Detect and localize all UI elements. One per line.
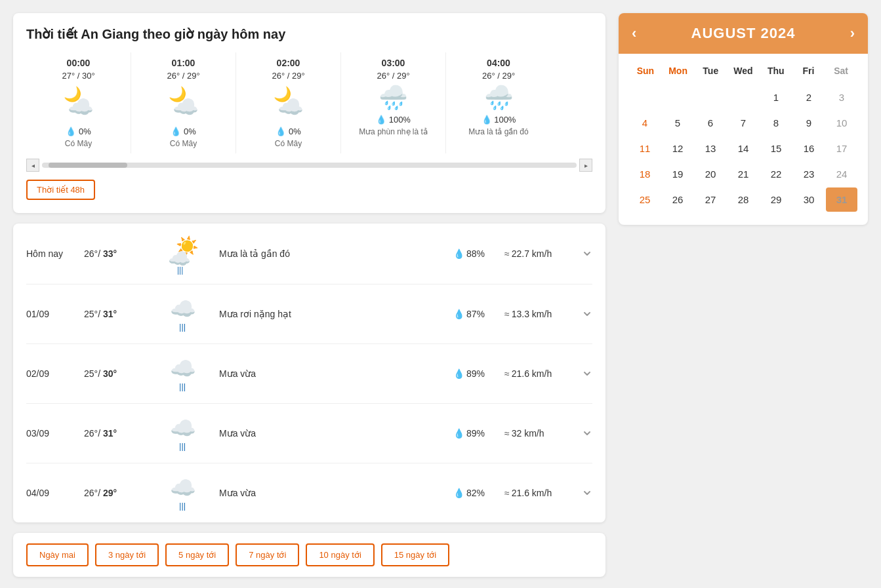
daily-icon: ☀️ ☁️ ||| (161, 235, 214, 272)
hourly-item: 03:00 26° / 29° 🌧️ 💧 100% Mưa phùn nhẹ l… (341, 52, 446, 153)
forecast-period-button[interactable]: 3 ngày tới (95, 543, 159, 566)
precip-drop-icon: 💧 (453, 368, 464, 379)
forecast-period-button[interactable]: Ngày mai (26, 543, 89, 566)
wind-icon: ≈ (504, 248, 510, 259)
calendar-weekday: Sat (825, 62, 857, 80)
calendar-day[interactable]: 13 (695, 136, 726, 161)
daily-row: 03/09 26°/ 31° ☁️ ||| Mưa vừa 💧 89% ≈ 32… (26, 404, 592, 463)
calendar-day[interactable]: 7 (727, 111, 759, 135)
hourly-icon: 🌙 ☁️ (139, 86, 228, 121)
calendar-day[interactable]: 9 (793, 111, 825, 135)
calendar-day[interactable]: 21 (727, 162, 759, 186)
calendar-day[interactable]: 8 (760, 111, 792, 135)
hourly-temp: 27° / 30° (34, 71, 123, 81)
scroll-left-arrow[interactable]: ◂ (26, 159, 39, 172)
daily-date: 01/09 (26, 309, 79, 319)
daily-temps: 26°/ 31° (84, 428, 156, 439)
daily-row: 02/09 25°/ 30° ☁️ ||| Mưa vừa 💧 89% ≈ 21… (26, 344, 592, 404)
chevron-down-icon[interactable] (582, 309, 592, 319)
daily-icon: ☁️ ||| (161, 356, 214, 391)
drop-icon: 💧 (481, 115, 492, 125)
daily-temps: 25°/ 31° (84, 309, 156, 319)
chevron-down-icon[interactable] (582, 488, 592, 498)
forecast-period-button[interactable]: 7 ngày tới (236, 543, 299, 566)
drop-icon: 💧 (66, 127, 76, 136)
calendar-weekday: Fri (792, 62, 825, 80)
hourly-item: 01:00 26° / 29° 🌙 ☁️ 💧 0% Có Mây (131, 52, 236, 153)
daily-temps: 26°/ 33° (84, 248, 156, 259)
calendar-day[interactable]: 26 (662, 187, 693, 212)
weather-48h-button[interactable]: Thời tiết 48h (26, 180, 95, 200)
calendar-day[interactable]: 15 (760, 136, 792, 161)
calendar-day[interactable]: 24 (826, 162, 857, 186)
daily-row: Hôm nay 26°/ 33° ☀️ ☁️ ||| Mưa là tả gần… (26, 224, 592, 284)
daily-wind: ≈ 13.3 km/h (504, 309, 577, 319)
daily-desc: Mưa vừa (219, 488, 448, 498)
scrollbar-row: ◂ ▸ (26, 159, 592, 172)
forecast-period-button[interactable]: 10 ngày tới (306, 543, 374, 566)
hourly-scroll[interactable]: 00:00 27° / 30° 🌙 ☁️ 💧 0% Có Mây 01:00 2… (26, 52, 592, 153)
calendar-day[interactable]: 12 (662, 136, 693, 161)
calendar-next-button[interactable]: › (850, 25, 855, 42)
calendar-day[interactable]: 6 (695, 111, 726, 135)
scroll-right-arrow[interactable]: ▸ (579, 159, 592, 172)
chevron-down-icon[interactable] (582, 248, 592, 259)
calendar-day[interactable]: 14 (727, 136, 759, 161)
hourly-precip: 💧 100% (454, 115, 543, 125)
calendar-day[interactable]: 22 (760, 162, 792, 186)
calendar-day[interactable]: 31 (826, 187, 857, 212)
calendar-day[interactable]: 10 (826, 111, 857, 135)
hourly-desc: Mưa phùn nhẹ là tả (349, 127, 438, 136)
calendar-day[interactable]: 20 (695, 162, 726, 186)
daily-temps: 25°/ 30° (84, 368, 156, 379)
calendar-day[interactable]: 16 (793, 136, 825, 161)
page-title: Thời tiết An Giang theo giờ ngày hôm nay (26, 26, 592, 42)
hourly-precip: 💧 0% (139, 127, 228, 136)
calendar-day[interactable]: 30 (793, 187, 825, 212)
wind-icon: ≈ (504, 488, 510, 498)
hourly-desc: Có Mây (34, 139, 123, 148)
scrollbar-thumb (49, 163, 127, 168)
precip-drop-icon: 💧 (453, 309, 464, 319)
hourly-temp: 26° / 29° (244, 71, 333, 81)
calendar-day[interactable]: 11 (629, 136, 661, 161)
calendar-day[interactable]: 18 (629, 162, 661, 186)
hourly-icon: 🌧️ (349, 86, 438, 109)
chevron-down-icon[interactable] (582, 428, 592, 439)
calendar-day[interactable]: 17 (826, 136, 857, 161)
calendar-day[interactable]: 29 (760, 187, 792, 212)
calendar-day[interactable]: 4 (629, 111, 661, 135)
scrollbar-track[interactable] (42, 163, 577, 168)
forecast-buttons: Ngày mai3 ngày tới5 ngày tới7 ngày tới10… (13, 533, 605, 577)
calendar-day[interactable]: 25 (629, 187, 661, 212)
hourly-temp: 26° / 29° (454, 71, 543, 81)
calendar-weekday: Mon (662, 62, 695, 80)
calendar-prev-button[interactable]: ‹ (632, 25, 636, 42)
calendar-day (727, 85, 759, 109)
hourly-desc: Mưa là tả gần đó (454, 127, 543, 136)
chevron-down-icon[interactable] (582, 368, 592, 379)
daily-wind: ≈ 21.6 km/h (504, 368, 577, 379)
daily-icon: ☁️ ||| (161, 416, 214, 451)
daily-precip: 💧 89% (453, 428, 499, 439)
precip-drop-icon: 💧 (453, 488, 464, 498)
hourly-time: 01:00 (139, 58, 228, 68)
forecast-period-button[interactable]: 5 ngày tới (165, 543, 229, 566)
daily-desc: Mưa vừa (219, 368, 448, 379)
calendar-day[interactable]: 1 (760, 85, 792, 109)
calendar-day[interactable]: 5 (662, 111, 693, 135)
wind-icon: ≈ (504, 428, 510, 439)
calendar-day[interactable]: 28 (727, 187, 759, 212)
calendar-day[interactable]: 2 (793, 85, 825, 109)
forecast-period-button[interactable]: 15 ngày tới (381, 543, 449, 566)
calendar-day (662, 85, 693, 109)
calendar-day[interactable]: 27 (695, 187, 726, 212)
calendar-day[interactable]: 3 (826, 85, 857, 109)
drop-icon: 💧 (171, 127, 181, 136)
calendar-day[interactable]: 23 (793, 162, 825, 186)
calendar-day[interactable]: 19 (662, 162, 693, 186)
daily-date: Hôm nay (26, 248, 79, 259)
hourly-precip: 💧 0% (244, 127, 333, 136)
daily-date: 04/09 (26, 488, 79, 498)
wind-icon: ≈ (504, 368, 510, 379)
